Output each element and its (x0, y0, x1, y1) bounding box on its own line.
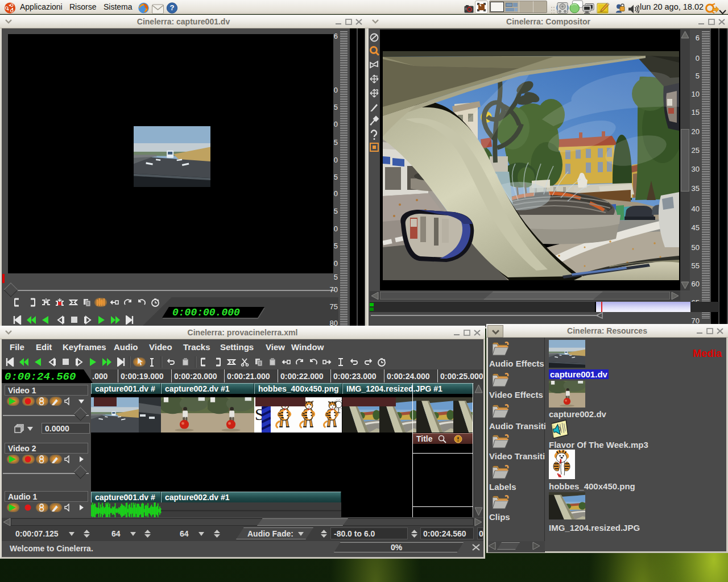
svg-text:S: S (255, 405, 262, 423)
svg-text:?: ? (169, 3, 174, 12)
